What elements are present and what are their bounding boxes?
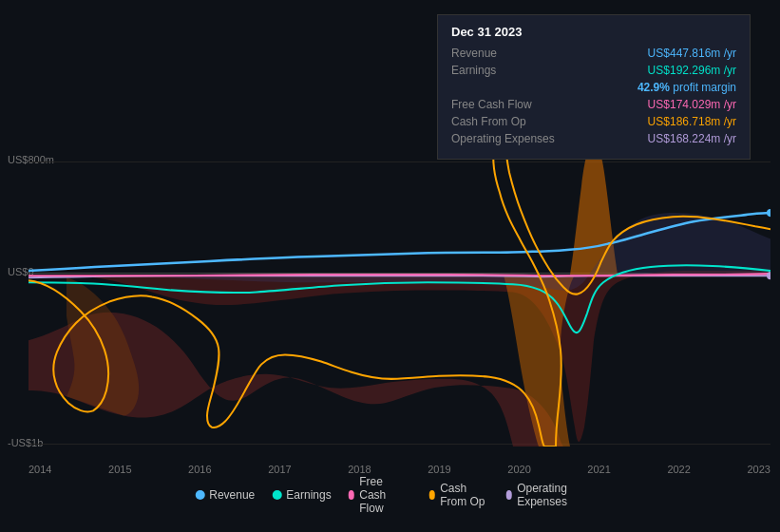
tooltip-label-revenue: Revenue: [451, 47, 565, 60]
legend-dot-opex: [506, 490, 513, 500]
x-label-2021: 2021: [587, 464, 610, 475]
legend-label-revenue: Revenue: [209, 488, 255, 502]
x-label-2015: 2015: [108, 464, 131, 475]
fcf-line: [29, 274, 770, 276]
chart-container: Dec 31 2023 Revenue US$447.816m /yr Earn…: [0, 0, 780, 532]
tooltip-label-fcf: Free Cash Flow: [451, 98, 565, 111]
tooltip-value-cashop: US$186.718m /yr: [648, 115, 736, 128]
x-label-2016: 2016: [188, 464, 211, 475]
legend: Revenue Earnings Free Cash Flow Cash Fro…: [195, 475, 585, 515]
legend-item-earnings[interactable]: Earnings: [272, 488, 331, 502]
legend-item-cashop[interactable]: Cash From Op: [429, 482, 489, 508]
legend-label-earnings: Earnings: [286, 488, 331, 502]
x-label-2023: 2023: [747, 464, 770, 475]
tooltip-value-earnings: US$192.296m /yr: [648, 64, 736, 77]
tooltip-row-earnings: Earnings US$192.296m /yr: [451, 64, 736, 77]
tooltip-value-margin: 42.9% profit margin: [637, 81, 736, 94]
legend-label-opex: Operating Expenses: [517, 482, 585, 508]
legend-label-cashop: Cash From Op: [440, 482, 488, 508]
x-label-2018: 2018: [348, 464, 371, 475]
tooltip-label-opex: Operating Expenses: [451, 132, 565, 145]
tooltip-row-opex: Operating Expenses US$168.224m /yr: [451, 132, 736, 145]
tooltip-value-revenue: US$447.816m /yr: [648, 47, 736, 60]
x-label-2019: 2019: [428, 464, 450, 475]
x-axis: 2014 2015 2016 2017 2018 2019 2020 2021 …: [29, 464, 770, 475]
legend-dot-earnings: [272, 490, 281, 500]
tooltip-label-cashop: Cash From Op: [451, 115, 565, 128]
chart-svg: [29, 147, 770, 446]
tooltip-value-fcf: US$174.029m /yr: [648, 98, 736, 111]
tooltip-box: Dec 31 2023 Revenue US$447.816m /yr Earn…: [437, 14, 751, 160]
revenue-endpoint: [767, 209, 770, 217]
legend-item-opex[interactable]: Operating Expenses: [506, 482, 585, 508]
x-label-2014: 2014: [29, 464, 51, 475]
legend-label-fcf: Free Cash Flow: [359, 475, 411, 515]
tooltip-label-earnings: Earnings: [451, 64, 565, 77]
tooltip-row-revenue: Revenue US$447.816m /yr: [451, 47, 736, 60]
legend-item-fcf[interactable]: Free Cash Flow: [349, 475, 412, 515]
tooltip-row-fcf: Free Cash Flow US$174.029m /yr: [451, 98, 736, 111]
tooltip-row-cashop: Cash From Op US$186.718m /yr: [451, 115, 736, 128]
x-label-2022: 2022: [667, 464, 690, 475]
x-label-2020: 2020: [507, 464, 530, 475]
legend-dot-revenue: [195, 490, 204, 500]
x-label-2017: 2017: [268, 464, 291, 475]
legend-dot-fcf: [349, 490, 355, 500]
legend-dot-cashop: [429, 490, 436, 500]
tooltip-date: Dec 31 2023: [451, 25, 736, 39]
tooltip-value-opex: US$168.224m /yr: [648, 132, 736, 145]
tooltip-row-margin: 42.9% profit margin: [451, 81, 736, 94]
legend-item-revenue[interactable]: Revenue: [195, 488, 255, 502]
